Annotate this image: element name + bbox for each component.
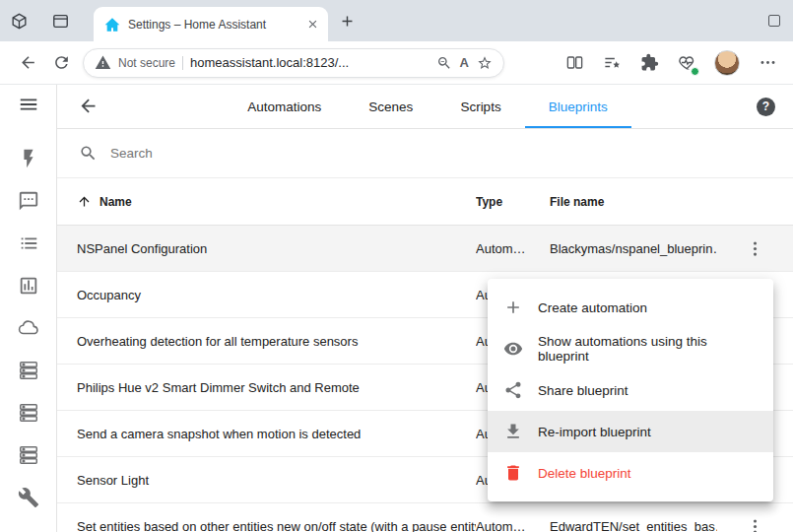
row-name: Send a camera snapshot when motion is de… [57, 427, 476, 441]
table-row[interactable]: Set entities based on other entities new… [57, 503, 793, 532]
split-screen-button[interactable] [564, 53, 584, 73]
share-icon [503, 380, 523, 400]
tab-actions-icon [51, 12, 70, 31]
browser-window: Settings – Home Assistant Not secure hom… [0, 0, 793, 532]
browser-essentials-button[interactable] [677, 53, 696, 73]
column-header-name[interactable]: Name [57, 194, 476, 209]
import-download-icon [503, 422, 523, 441]
row-overflow-button[interactable] [744, 514, 767, 532]
zoom-out-button[interactable] [436, 54, 453, 71]
row-type: Autom… [476, 519, 550, 532]
favorite-this-page-button[interactable] [476, 54, 493, 71]
browser-titlebar: Settings – Home Assistant [0, 0, 793, 41]
cloud-icon [18, 317, 39, 339]
refresh-button[interactable] [51, 53, 71, 73]
ha-sidebar [0, 85, 57, 532]
not-secure-warning-icon [95, 54, 111, 71]
row-name: Philips Hue v2 Smart Dimmer Switch and R… [57, 380, 476, 395]
row-name: Occupancy [57, 288, 476, 302]
back-arrow-icon [19, 53, 37, 72]
table-row[interactable]: NSPanel Configuration Autom… Blackymas/n… [57, 226, 793, 272]
menu-item-share-blueprint[interactable]: Share blueprint [488, 369, 773, 411]
row-name: Overheating detection for all temperatur… [57, 334, 476, 349]
tab-close-button[interactable] [304, 17, 320, 33]
extensions-puzzle-icon [640, 53, 659, 72]
lightning-icon [18, 148, 39, 169]
new-tab-button[interactable] [339, 13, 356, 30]
wrench-icon [18, 487, 39, 508]
chart-box-icon [18, 275, 39, 297]
row-file: EdwardTEN/set_entities_bas… [550, 519, 717, 532]
sidebar-item-todo-list[interactable] [0, 222, 56, 264]
browser-tab[interactable]: Settings – Home Assistant [94, 7, 328, 41]
ha-back-button[interactable] [77, 96, 99, 117]
eye-icon [503, 339, 523, 359]
trash-icon [503, 463, 523, 483]
table-header: Name Type File name [57, 178, 793, 226]
window-restore-button[interactable] [768, 15, 780, 27]
server-icon [18, 444, 39, 466]
column-header-type[interactable]: Type [476, 195, 550, 209]
split-screen-icon [565, 53, 584, 72]
refresh-icon [52, 53, 71, 72]
profile-avatar[interactable] [714, 50, 740, 76]
tab-blueprints[interactable]: Blueprints [525, 85, 631, 128]
column-header-file[interactable]: File name [550, 195, 717, 209]
chat-bubble-icon [18, 190, 39, 212]
sidebar-item-server-3[interactable] [0, 433, 56, 476]
row-name: NSPanel Configuration [57, 241, 476, 256]
menu-item-delete-blueprint[interactable]: Delete blueprint [488, 452, 773, 494]
tab-scenes[interactable]: Scenes [345, 85, 436, 128]
sidebar-item-history[interactable] [0, 264, 56, 306]
ha-header: Automations Scenes Scripts Blueprints ? [57, 85, 793, 129]
zoom-out-icon [436, 55, 452, 71]
sidebar-item-cloud[interactable] [0, 306, 56, 349]
row-type: Autom… [476, 241, 550, 256]
search-input[interactable] [110, 146, 524, 161]
workspaces-icon [10, 12, 29, 31]
read-aloud-button[interactable]: A [460, 55, 469, 70]
blueprint-context-menu: Create automation Show automations using… [488, 279, 773, 501]
address-bar[interactable]: Not secure homeassistant.local:8123/... … [83, 48, 504, 78]
hamburger-menu-icon [18, 94, 39, 115]
extensions-button[interactable] [639, 53, 659, 73]
favorites-button[interactable] [602, 53, 622, 73]
tab-actions-button[interactable] [49, 10, 71, 32]
read-aloud-icon: A [460, 55, 469, 70]
row-name: Set entities based on other entities new… [57, 519, 476, 532]
sidebar-item-server-2[interactable] [0, 391, 56, 433]
sidebar-item-energy[interactable] [0, 137, 56, 179]
menu-item-create-automation[interactable]: Create automation [488, 287, 773, 328]
close-icon [306, 18, 319, 31]
menu-item-reimport-blueprint[interactable]: Re-import blueprint [488, 411, 773, 452]
help-button[interactable]: ? [757, 98, 775, 116]
plus-icon [339, 13, 356, 30]
workspaces-button[interactable] [8, 10, 30, 32]
ha-tab-bar: Automations Scenes Scripts Blueprints [99, 85, 757, 128]
address-divider [182, 56, 183, 70]
menu-item-show-automations[interactable]: Show automations using this blueprint [488, 328, 773, 369]
favorites-icon [603, 53, 622, 72]
tab-automations[interactable]: Automations [224, 85, 345, 128]
sort-ascending-icon [77, 194, 92, 209]
more-horizontal-icon [759, 53, 777, 72]
sidebar-item-logbook[interactable] [0, 179, 56, 222]
browser-menu-button[interactable] [758, 53, 777, 73]
star-outline-icon [477, 55, 493, 71]
sidebar-item-server-1[interactable] [0, 349, 56, 391]
kebab-menu-icon [746, 517, 764, 532]
toolbar-right-icons [564, 50, 781, 76]
sidebar-menu-button[interactable] [0, 85, 56, 124]
row-name: Sensor Light [57, 473, 476, 488]
search-row [57, 129, 793, 178]
tab-scripts[interactable]: Scripts [436, 85, 524, 128]
server-icon [18, 360, 39, 381]
list-icon [18, 233, 39, 254]
plus-icon [503, 298, 523, 317]
back-button[interactable] [18, 53, 37, 73]
kebab-menu-icon [746, 239, 764, 258]
security-label: Not secure [118, 56, 175, 70]
browser-toolbar: Not secure homeassistant.local:8123/... … [0, 41, 793, 85]
sidebar-item-developer-tools[interactable] [0, 476, 56, 518]
row-overflow-button[interactable] [744, 236, 767, 260]
